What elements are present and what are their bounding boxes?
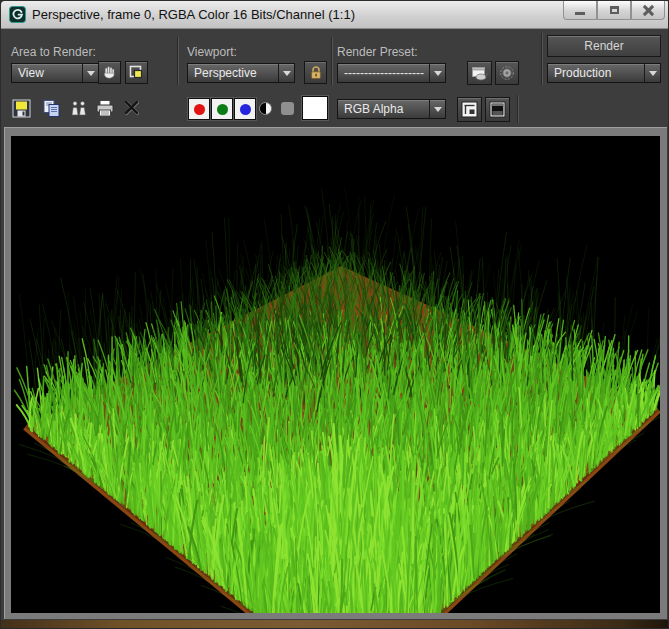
chevron-down-icon [644,64,660,82]
edit-region-button[interactable] [98,61,121,84]
titlebar[interactable]: Perspective, frame 0, RGBA Color 16 Bits… [1,1,669,29]
toggle-overlays-icon [461,101,478,118]
chevron-down-icon [429,100,445,118]
separator [331,37,332,85]
green-channel-icon [217,104,228,115]
separator [541,33,542,85]
area-to-render-label: Area to Render: [11,45,96,59]
clone-window-icon [69,99,89,118]
region-select-icon [129,65,144,80]
minimize-button[interactable] [563,1,597,20]
separator [177,37,178,85]
save-image-icon [12,99,31,118]
viewport-value: Perspective [194,66,257,80]
clear-icon [123,99,141,117]
minimize-icon [575,12,585,15]
rendered-frame-window: Perspective, frame 0, RGBA Color 16 Bits… [0,0,669,629]
auto-region-button[interactable] [125,61,148,84]
print-image-icon [95,99,115,118]
render-button[interactable]: Render [547,35,661,57]
green-channel-button[interactable] [211,98,233,120]
viewport-lock-icon [309,65,323,80]
area-to-render-value: View [18,66,44,80]
viewport-label: Viewport: [187,45,237,59]
maximize-icon [610,6,619,14]
toggle-ui-button[interactable] [485,97,510,122]
app-icon [9,6,26,23]
alpha-channel-button[interactable] [281,102,294,115]
render-preset-select[interactable]: -------------------- [337,63,446,83]
copy-image-icon [42,99,62,118]
pan-hand-icon [102,65,117,80]
render-mode-value: Production [554,66,611,80]
background-color-swatch[interactable] [302,96,328,120]
blue-channel-button[interactable] [234,98,256,120]
clone-window-button[interactable] [67,97,91,119]
desktop-background [1,620,669,629]
window-title: Perspective, frame 0, RGBA Color 16 Bits… [32,7,355,22]
chevron-down-icon [82,64,98,82]
channel-display-select[interactable]: RGB Alpha [337,99,446,119]
window-controls [563,1,665,20]
close-icon [643,5,654,16]
environment-effects-button[interactable] [495,61,519,85]
red-channel-icon [194,104,205,115]
red-channel-button[interactable] [188,98,210,120]
channel-display-value: RGB Alpha [344,102,403,116]
environment-effects-icon [499,65,515,81]
render-button-label: Render [584,39,623,53]
close-button[interactable] [631,1,665,20]
lock-viewport-button[interactable] [304,61,327,84]
maximize-button[interactable] [597,1,631,20]
area-to-render-select[interactable]: View [11,63,99,83]
render-setup-icon [471,66,488,81]
clear-button[interactable] [121,97,143,119]
render-preset-label: Render Preset: [337,45,418,59]
toggle-overlays-button[interactable] [457,97,482,122]
chevron-down-icon [278,64,294,82]
render-mode-select[interactable]: Production [547,63,661,83]
print-image-button[interactable] [93,97,117,119]
copy-image-button[interactable] [40,97,64,119]
viewport-select[interactable]: Perspective [187,63,295,83]
toggle-ui-icon [489,101,506,118]
chevron-down-icon [429,64,445,82]
canvas-frame [4,127,667,619]
blue-channel-icon [240,104,251,115]
monochrome-button[interactable] [259,102,272,115]
save-image-button[interactable] [10,97,32,119]
rendered-image[interactable] [11,136,660,613]
render-setup-button[interactable] [467,61,492,85]
render-preset-value: -------------------- [344,66,424,80]
separator [517,95,518,123]
